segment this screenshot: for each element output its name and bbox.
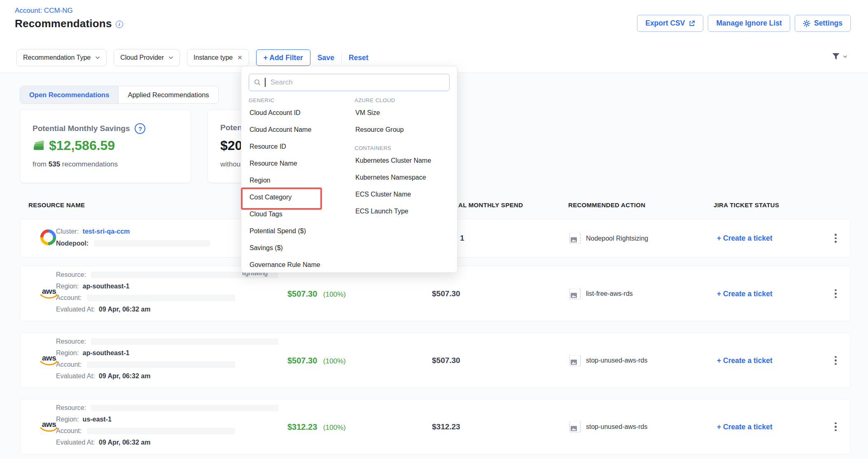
recommended-action: stop-unused-aws-rds [569,355,647,366]
region-line: Region: us-east-1 [56,416,112,423]
redacted-value [91,338,278,345]
column-header-monthly-spend: AL MONTHLY SPEND [458,201,523,208]
add-filter-button[interactable]: + Add Filter [256,49,310,66]
region-line: Region: ap-southeast-1 [56,283,129,290]
filter-option-resource-name[interactable]: Resource Name [249,155,352,172]
cluster-label: Cluster: [56,228,79,235]
evaluated-label: Evaluated At: [56,372,95,379]
broken-image-icon [569,288,581,299]
savings-percent: (100%) [323,357,346,365]
filter-option-resource-group[interactable]: Resource Group [355,121,451,138]
info-icon[interactable]: i [116,21,123,28]
filter-option-region[interactable]: Region [249,172,352,189]
table-row: aws Resource: Region: us-east-1 Account:… [20,399,851,454]
savings-amount: $507.30 [287,289,317,298]
external-link-icon [688,20,695,27]
search-input[interactable] [270,78,444,87]
redacted-value [87,428,235,434]
monthly-spend-partial: 1 [460,234,464,243]
search-box [249,74,450,91]
filter-option-potential-spend[interactable]: Potential Spend ($) [249,222,352,239]
broken-image-icon [569,355,581,366]
money-icon [33,141,46,151]
tab-applied-recommendations[interactable]: Applied Recommendations [119,86,218,103]
filter-option-vm-size[interactable]: VM Size [355,104,451,121]
create-ticket-link[interactable]: + Create a ticket [717,422,772,431]
savings-percent: (100%) [323,290,346,298]
filter-option-cloud-account-name[interactable]: Cloud Account Name [249,121,352,138]
account-line: Account: [56,427,235,435]
savings-percent: (100%) [323,423,346,431]
cluster-name-link[interactable]: test-sri-qa-ccm [83,228,130,235]
filter-bar: Recommendation Type Cloud Provider Insta… [16,49,368,66]
filter-option-savings[interactable]: Savings ($) [249,239,352,256]
row-menu-button[interactable] [833,354,838,367]
export-csv-button[interactable]: Export CSV [637,15,703,32]
monthly-spend-value: $312.23 [432,422,460,431]
tab-open-recommendations[interactable]: Open Recommendations [20,86,119,103]
filter-option-cloud-tags[interactable]: Cloud Tags [249,206,352,222]
save-filter-button[interactable]: Save [317,54,334,62]
account-label: Account: [56,427,82,434]
savings-amount-row: $12,586.59 [33,138,115,153]
resource-label: Resource: [56,404,86,411]
row-menu-button[interactable] [833,288,838,300]
reset-filter-button[interactable]: Reset [349,54,369,62]
gear-icon [803,20,810,27]
recommended-action: Nodepool Rightsizing [569,233,648,244]
cluster-line: Cluster: test-sri-qa-ccm [56,228,130,235]
evaluated-line: Evaluated At: 09 Apr, 06:32 am [56,439,150,446]
question-icon[interactable]: ? [135,123,145,134]
create-ticket-link[interactable]: + Create a ticket [717,234,772,243]
redacted-value [87,361,235,368]
close-icon[interactable]: ✕ [237,54,243,61]
create-ticket-link[interactable]: + Create a ticket [717,289,772,298]
region-label: Region: [56,283,79,290]
aws-icon: aws [40,355,58,366]
gcp-icon [40,229,56,247]
savings-amount: $312.23 [287,422,317,431]
region-line: Region: ap-southeast-1 [56,349,129,357]
dropdown-column-left: GENERIC Cloud Account ID Cloud Account N… [249,96,352,273]
filter-chip-cloud-provider[interactable]: Cloud Provider [114,49,180,66]
filter-option-ecs-launch-type[interactable]: ECS Launch Type [355,203,451,220]
filter-chip-recommendation-type[interactable]: Recommendation Type [16,49,107,66]
redacted-value [94,240,210,247]
row-menu-button[interactable] [833,232,838,244]
filter-option-kubernetes-namespace[interactable]: Kubernetes Namespace [355,169,451,186]
filter-chip-instance-type[interactable]: Instance type ✕ [187,49,249,66]
filter-option-kubernetes-cluster-name[interactable]: Kubernetes Cluster Name [355,152,451,169]
savings-amount: $12,586.59 [49,138,115,153]
filter-option-cloud-account-id[interactable]: Cloud Account ID [249,104,352,121]
evaluated-label: Evaluated At: [56,439,95,446]
nodepool-line: Nodepool: [56,240,210,247]
title-row: Recommendations i [15,17,123,30]
card-title-row: Potential Monthly Savings ? [33,123,145,134]
settings-label: Settings [814,19,842,28]
column-header-jira-ticket-status: JIRA TICKET STATUS [714,201,779,208]
sub-suffix: recommendations [62,160,118,168]
recommended-action: stop-unused-aws-rds [569,421,647,432]
filter-option-resource-id[interactable]: Resource ID [249,138,352,155]
card-title: Potential Monthly Savings [33,124,130,133]
manage-ignore-label: Manage Ignore List [716,19,782,28]
region-value: ap-southeast-1 [83,349,130,356]
row-menu-button[interactable] [833,421,838,433]
manage-ignore-list-button[interactable]: Manage Ignore List [708,15,790,32]
action-label: stop-unused-aws-rds [586,357,647,364]
filter-option-ecs-cluster-name[interactable]: ECS Cluster Name [355,186,451,203]
text-caret [265,78,265,87]
savings-subtitle: from 535 recommendations [33,160,118,169]
account-line: Account: [56,294,235,302]
filter-option-governance-rule-name[interactable]: Governance Rule Name [249,256,352,273]
chevron-down-icon [843,55,847,58]
filter-panel-toggle[interactable] [832,53,847,60]
settings-button[interactable]: Settings [795,15,851,32]
breadcrumb[interactable]: Account: CCM-NG [15,7,73,15]
create-ticket-link[interactable]: + Create a ticket [717,356,772,365]
filter-option-cost-category[interactable]: Cost Category [249,189,352,206]
savings-value: $507.30 (100%) [287,289,346,298]
section-title-azure-cloud: AZURE CLOUD [355,96,451,104]
resource-line: Resource: [56,404,278,412]
evaluated-value: 09 Apr, 06:32 am [99,306,151,313]
